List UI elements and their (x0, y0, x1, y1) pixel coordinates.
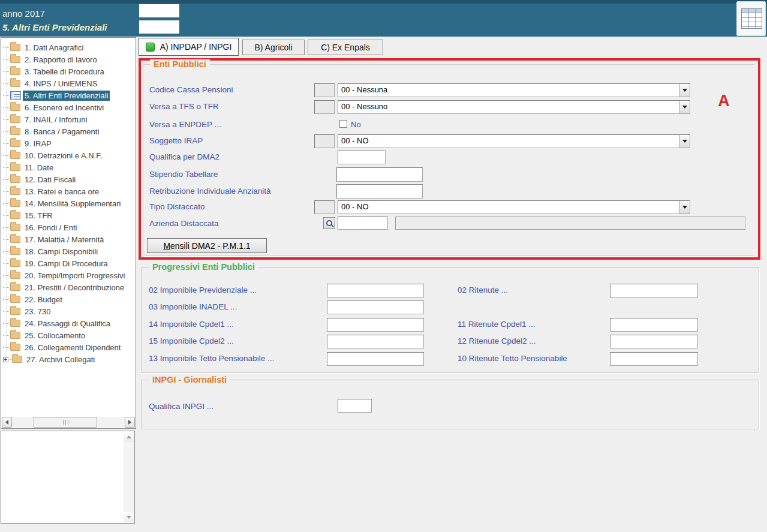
tree-item-3[interactable]: 3. Tabelle di Procedura (3, 65, 135, 77)
tree-horizontal-scrollbar[interactable] (2, 417, 135, 428)
tree-item-1[interactable]: 1. Dati Anagrafici (3, 41, 135, 53)
versa-tfs-dropdown[interactable]: 00 - Nessuno (338, 100, 690, 114)
field-label: 02 Ritenute ... (458, 285, 508, 294)
chevron-down-icon[interactable] (679, 84, 690, 97)
scroll-right-button[interactable] (125, 417, 135, 428)
tree-item-7[interactable]: 7. INAIL / Infortuni (3, 113, 135, 125)
soggetto-irap-code[interactable] (314, 134, 335, 148)
year-label: anno 2017 (2, 8, 45, 19)
folder-icon (10, 260, 20, 267)
folder-icon (10, 80, 20, 87)
tab-ex-enpals[interactable]: C) Ex Enpals (308, 40, 383, 55)
tree-item-4[interactable]: 4. INPS / UniEMENS (3, 77, 135, 89)
tree-item-17[interactable]: 17. Malattia / Maternità (3, 233, 135, 245)
arrow-up-icon (127, 435, 131, 438)
tree-item-9[interactable]: 9. IRAP (3, 137, 135, 149)
ritenute-tetto-input[interactable] (610, 352, 698, 366)
tab-label: C) Ex Enpals (321, 43, 370, 52)
stipendio-tabellare-input[interactable] (336, 167, 423, 182)
arrow-right-icon (128, 420, 131, 425)
tree-item-26[interactable]: 26. Collegamenti Dipendent (3, 341, 135, 353)
mensili-dma2-button[interactable]: Mensili DMA2 - P.M.1.1 (147, 238, 267, 253)
imponibile-previdenziale-input[interactable] (327, 284, 424, 297)
notes-vertical-scrollbar[interactable] (124, 432, 134, 522)
codice-cassa-code[interactable] (314, 83, 335, 97)
tree-item-2[interactable]: 2. Rapporto di lavoro (3, 53, 135, 65)
chevron-down-icon[interactable] (679, 101, 690, 113)
tree-connector (3, 47, 9, 48)
tipo-distaccato-code[interactable] (314, 200, 335, 214)
tree-item-22[interactable]: 22. Budget (3, 293, 135, 305)
scroll-down-button[interactable] (124, 512, 134, 522)
group-progressivi: Progressivi Enti Pubblici 02 Imponibile … (142, 267, 759, 373)
form-icon (10, 91, 21, 100)
versa-enpdep-checkbox[interactable] (339, 120, 347, 128)
retribuzione-anzianita-input[interactable] (336, 184, 423, 199)
ritenute-input[interactable] (610, 284, 698, 297)
tree-connector (3, 275, 9, 276)
tree-item-13[interactable]: 13. Ratei e banca ore (3, 185, 135, 197)
tree-item-15[interactable]: 15. TFR (3, 209, 135, 221)
scroll-up-button[interactable] (124, 432, 134, 442)
folder-icon (10, 56, 20, 63)
scroll-left-button[interactable] (2, 417, 12, 428)
field-label: 11 Ritenute Cpdel1 ... (458, 320, 536, 329)
chevron-down-icon[interactable] (679, 135, 690, 148)
tree-connector (3, 227, 9, 228)
qualifica-dma2-input[interactable] (338, 151, 386, 164)
tree-item-21[interactable]: 21. Prestiti / Decontribuzione (3, 281, 135, 293)
imponibile-tetto-input[interactable] (327, 352, 424, 366)
tree-item-24[interactable]: 24. Passaggi di Qualifica (3, 317, 135, 329)
codice-cassa-dropdown[interactable]: 00 - Nessuna (338, 83, 690, 97)
tree-item-27[interactable]: 27. Archivi Collegati (3, 353, 135, 365)
field-label: Versa a ENPDEP ... (149, 120, 221, 129)
tree-connector (3, 191, 9, 192)
tree-connector (3, 143, 9, 144)
tipo-distaccato-dropdown[interactable]: 00 - NO (338, 200, 690, 214)
chevron-down-icon[interactable] (679, 201, 690, 214)
imponibile-cpdel1-input[interactable] (327, 318, 424, 332)
arrow-left-icon (5, 420, 8, 425)
expand-icon[interactable] (3, 357, 8, 362)
group-inpgi: INPGI - Giornalisti Qualifica INPGI ... (142, 380, 759, 429)
tree-item-25[interactable]: 25. Collocamento (3, 329, 135, 341)
azienda-code-input[interactable] (338, 217, 388, 230)
tree-item-11[interactable]: 11. Date (3, 161, 135, 173)
ritenute-cpdel1-input[interactable] (610, 318, 698, 332)
azienda-search-button[interactable] (323, 217, 335, 229)
tab-inpdap-inpgi[interactable]: A) INPDAP / INPGI (139, 38, 239, 56)
ritenute-cpdel2-input[interactable] (610, 335, 698, 348)
field-label: 03 Imponibile INADEL ... (149, 302, 237, 311)
folder-icon (10, 344, 20, 351)
tree-item-18[interactable]: 18. Campi Disponibili (3, 245, 135, 257)
tree-connector (3, 347, 9, 348)
tree-item-14[interactable]: 14. Mensilità Supplementari (3, 197, 135, 209)
tree-item-20[interactable]: 20. Tempi/Importi Progressivi (3, 269, 135, 281)
tree-item-8[interactable]: 8. Banca / Pagamenti (3, 125, 135, 137)
imponibile-inadel-input[interactable] (327, 300, 424, 314)
folder-icon (10, 176, 20, 183)
field-label: 10 Ritenute Tetto Pensionabile (458, 354, 567, 363)
tree-item-5-selected[interactable]: 5. Altri Enti Previdenziali (3, 89, 135, 101)
folder-icon (10, 164, 20, 171)
tree-item-16[interactable]: 16. Fondi / Enti (3, 221, 135, 233)
tree-item-10[interactable]: 10. Detrazioni e A.N.F. (3, 149, 135, 161)
tree-item-23[interactable]: 23. 730 (3, 305, 135, 317)
folder-icon (10, 308, 20, 315)
scrollbar-thumb[interactable] (34, 417, 97, 428)
qualifica-inpgi-input[interactable] (338, 399, 372, 413)
versa-tfs-code[interactable] (314, 100, 335, 114)
imponibile-cpdel2-input[interactable] (327, 335, 424, 348)
folder-icon (10, 116, 20, 123)
tree-item-19[interactable]: 19. Campi Di Procedura (3, 257, 135, 269)
grid-view-button[interactable] (736, 1, 766, 36)
tab-agricoli[interactable]: B) Agricoli (242, 40, 305, 55)
tree-item-12[interactable]: 12. Dati Fiscali (3, 173, 135, 185)
soggetto-irap-dropdown[interactable]: 00 - NO (338, 134, 690, 148)
header-field-2[interactable] (139, 20, 179, 34)
checkbox-label: No (351, 120, 361, 129)
header-field-1[interactable] (139, 4, 179, 17)
field-label: Codice Cassa Pensioni (149, 85, 233, 94)
notes-panel[interactable] (1, 431, 135, 524)
tree-item-6[interactable]: 6. Esonero ed Incentivi (3, 101, 135, 113)
